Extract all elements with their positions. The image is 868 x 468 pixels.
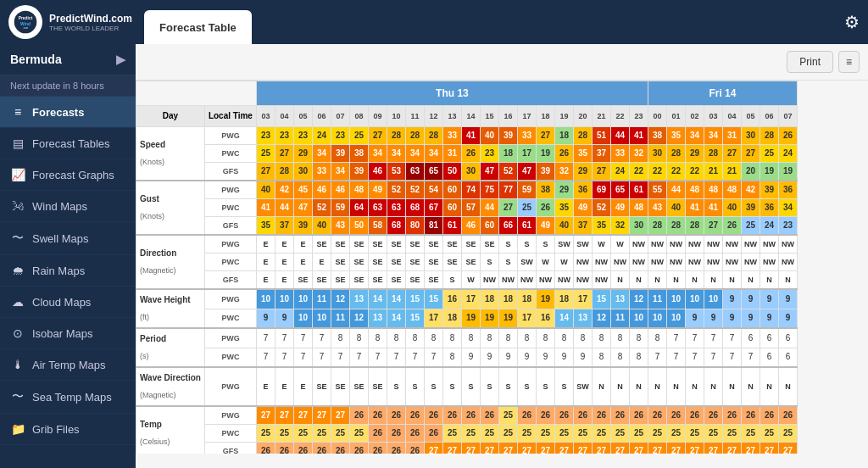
data-cell: S [387, 367, 405, 406]
sidebar-item-forecast-graphs[interactable]: 📈 Forecast Graphs [0, 159, 136, 191]
data-cell: NW [778, 254, 797, 271]
data-cell: 8 [592, 348, 610, 367]
data-cell: 6 [760, 348, 778, 367]
table-row: GFS2626262626262626262727272727272727272… [136, 443, 798, 454]
time-07: 07 [331, 106, 349, 127]
data-cell: 25 [480, 425, 498, 443]
data-cell: 26 [275, 443, 293, 454]
data-cell: 8 [442, 348, 461, 367]
sidebar-item-air-temp-maps[interactable]: 🌡 Air Temp Maps [0, 349, 136, 381]
data-cell: 26 [778, 127, 797, 145]
forecast-tables-icon: ▤ [10, 136, 25, 150]
data-cell: SE [331, 235, 349, 254]
logo-area: Predict Wind .com PredictWind.com THE WO… [8, 5, 144, 39]
data-cell: 27 [704, 443, 722, 454]
data-cell: 6 [741, 328, 760, 348]
sidebar-item-label: Cloud Maps [32, 296, 91, 309]
data-cell: 65 [610, 181, 629, 199]
data-cell: NW [573, 271, 592, 290]
print-button[interactable]: Print [787, 51, 833, 73]
data-cell: 7 [685, 328, 704, 348]
data-cell: SW [573, 367, 592, 406]
data-cell: 54 [424, 181, 442, 199]
data-cell: 39 [741, 199, 760, 217]
data-cell: 14 [387, 309, 405, 328]
data-cell: 61 [442, 217, 461, 236]
sidebar-item-label: Forecasts [32, 106, 84, 119]
sidebar-item-forecast-tables[interactable]: ▤ Forecast Tables [0, 128, 136, 159]
data-cell: 41 [629, 127, 648, 145]
section-label: Temp(Celsius) [136, 406, 205, 454]
time-05: 05 [293, 106, 312, 127]
data-cell: SE [405, 254, 424, 271]
data-cell: 11 [312, 289, 331, 309]
sidebar-item-label: Wind Maps [32, 200, 87, 213]
data-cell: 7 [387, 348, 405, 367]
menu-button[interactable]: ≡ [838, 51, 860, 73]
forecast-table-tab[interactable]: Forecast Table [144, 10, 252, 44]
data-cell: 25 [293, 425, 312, 443]
sidebar-item-sea-temp-maps[interactable]: 〜 Sea Temp Maps [0, 381, 136, 414]
sidebar-item-rain-maps[interactable]: 🌧 Rain Maps [0, 255, 136, 287]
data-cell: NW [722, 235, 741, 254]
sidebar-item-swell-maps[interactable]: 〜 Swell Maps [0, 222, 136, 255]
data-cell: 64 [349, 199, 368, 217]
time-09: 09 [368, 106, 387, 127]
data-cell: 9 [760, 309, 778, 328]
data-cell: 24 [610, 163, 629, 181]
data-cell: 32 [554, 163, 573, 181]
data-cell: N [685, 271, 704, 290]
time-04: 04 [275, 106, 293, 127]
data-cell: 27 [666, 443, 685, 454]
sidebar-item-forecasts[interactable]: ≡ Forecasts [0, 97, 136, 128]
data-cell: 25 [461, 425, 480, 443]
time-08: 08 [349, 106, 368, 127]
time-17: 17 [517, 106, 536, 127]
data-cell: 28 [666, 217, 685, 236]
data-cell: 19 [536, 289, 554, 309]
sidebar-item-cloud-maps[interactable]: ☁ Cloud Maps [0, 287, 136, 318]
gear-icon[interactable]: ⚙ [844, 12, 860, 32]
data-cell: E [293, 254, 312, 271]
data-cell: 11 [331, 309, 349, 328]
data-cell: 8 [461, 328, 480, 348]
location-chevron[interactable]: ▶ [116, 53, 125, 66]
section-label: Wave Direction(Magnetic) [136, 367, 205, 406]
data-cell: 36 [760, 199, 778, 217]
sidebar-item-wind-maps[interactable]: 🌬 Wind Maps [0, 191, 136, 222]
data-cell: 40 [666, 199, 685, 217]
data-cell: 26 [685, 406, 704, 425]
data-cell: 10 [648, 309, 666, 328]
time-16: 16 [498, 106, 517, 127]
data-cell: NW [778, 235, 797, 254]
data-cell: 25 [517, 199, 536, 217]
data-cell: E [293, 235, 312, 254]
data-cell: 57 [461, 199, 480, 217]
data-cell: W [554, 254, 573, 271]
time-22: 22 [610, 106, 629, 127]
cloud-maps-icon: ☁ [10, 295, 25, 309]
data-cell: 69 [592, 181, 610, 199]
data-cell: N [610, 367, 629, 406]
data-cell: 9 [741, 309, 760, 328]
data-cell: 33 [610, 145, 629, 163]
data-cell: 8 [536, 328, 554, 348]
data-cell: 30 [461, 163, 480, 181]
data-cell: 30 [648, 145, 666, 163]
data-cell: 25 [442, 425, 461, 443]
data-cell: S [498, 367, 517, 406]
sidebar-item-grib-files[interactable]: 📁 Grib Files [0, 414, 136, 445]
data-cell: 26 [368, 443, 387, 454]
location-row[interactable]: Bermuda ▶ [0, 44, 136, 75]
data-cell: 35 [573, 145, 592, 163]
data-cell: 7 [666, 348, 685, 367]
time-23: 23 [629, 106, 648, 127]
data-cell: 6 [778, 348, 797, 367]
data-cell: 28 [387, 127, 405, 145]
data-cell: 43 [648, 199, 666, 217]
data-cell: 25 [760, 425, 778, 443]
sidebar-item-isobar-maps[interactable]: ⊙ Isobar Maps [0, 318, 136, 349]
data-cell: SE [480, 235, 498, 254]
source-label: PWG [204, 367, 256, 406]
wind-maps-icon: 🌬 [10, 199, 25, 213]
